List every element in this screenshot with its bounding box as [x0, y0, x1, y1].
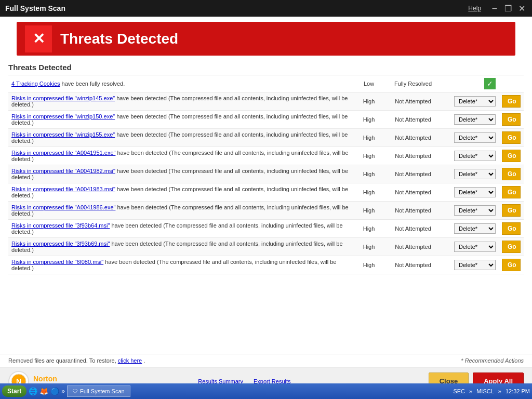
- taskbar-miscl: MISCL: [476, 388, 494, 394]
- table-row: Risks in compressed file "A0041982.msi" …: [8, 165, 524, 183]
- action-select[interactable]: Delete*: [454, 223, 496, 234]
- threat-link[interactable]: Risks in compressed file "3f93b64.msi": [11, 222, 110, 229]
- go-button-cell: [499, 75, 524, 92]
- ie-icon[interactable]: 🌐: [29, 387, 37, 395]
- go-button[interactable]: Go: [502, 259, 521, 271]
- table-row: Risks in compressed file "A0041986.exe" …: [8, 202, 524, 220]
- threat-action: Delete*: [442, 256, 499, 274]
- section-title: Threats Detected: [0, 58, 532, 75]
- threat-description: Risks in compressed file "A0041951.exe" …: [8, 147, 353, 165]
- action-select[interactable]: Delete*: [454, 169, 496, 179]
- minimize-button[interactable]: –: [489, 4, 500, 14]
- action-select[interactable]: Delete*: [454, 260, 496, 270]
- threat-link[interactable]: Risks in compressed file "A0041982.msi": [11, 168, 115, 174]
- alert-text: Threats Detected: [60, 31, 178, 47]
- threat-description: Risks in compressed file "3f93b64.msi" h…: [8, 220, 353, 238]
- table-row: Risks in compressed file "winzip155.exe"…: [8, 129, 524, 147]
- threat-action: Delete*: [442, 129, 499, 147]
- threats-table-container[interactable]: 4 Tracking Cookies have been fully resol…: [8, 75, 524, 354]
- table-row: Risks in compressed file "winzip150.exe"…: [8, 111, 524, 129]
- threat-action: Delete*: [442, 165, 499, 183]
- threat-action: Delete*: [442, 183, 499, 202]
- close-window-button[interactable]: ✕: [516, 4, 527, 14]
- threat-link[interactable]: Risks in compressed file "6f080.msi": [11, 259, 103, 265]
- table-row: Risks in compressed file "winzip145.exe"…: [8, 92, 524, 111]
- norton-brand: Norton: [33, 375, 60, 383]
- action-select[interactable]: Delete*: [454, 151, 496, 161]
- go-button[interactable]: Go: [502, 186, 521, 198]
- app-icon[interactable]: 🔵: [50, 387, 59, 395]
- threat-status: Not Attempted: [384, 220, 442, 238]
- threat-link[interactable]: Risks in compressed file "A0041986.exe": [11, 204, 115, 210]
- go-button-cell: Go: [499, 129, 524, 147]
- go-button[interactable]: Go: [502, 168, 521, 180]
- go-button[interactable]: Go: [502, 131, 521, 144]
- taskbar-right: SEC » MISCL » 12:32 PM: [453, 388, 530, 394]
- threat-status: Not Attempted: [384, 238, 442, 256]
- threat-severity: High: [353, 183, 384, 202]
- go-button[interactable]: Go: [502, 95, 521, 108]
- window-controls: – ❐ ✕: [489, 4, 527, 14]
- threat-severity: High: [353, 129, 384, 147]
- browser-icon[interactable]: 🦊: [39, 387, 48, 395]
- threat-severity: High: [353, 92, 384, 111]
- threat-action: Delete*: [442, 111, 499, 129]
- go-button[interactable]: Go: [502, 113, 521, 126]
- maximize-button[interactable]: ❐: [503, 4, 513, 14]
- start-button[interactable]: Start: [2, 385, 26, 397]
- threat-description: Risks in compressed file "A0041982.msi" …: [8, 165, 353, 183]
- alert-icon: ✕: [25, 25, 52, 52]
- threat-link[interactable]: Risks in compressed file "A0041983.msi": [11, 186, 115, 192]
- help-link[interactable]: Help: [468, 5, 481, 12]
- action-select[interactable]: Delete*: [454, 205, 496, 216]
- restore-link[interactable]: click here: [118, 357, 142, 364]
- footer-note: Removed files are quarantined. To restor…: [0, 354, 532, 367]
- threat-link[interactable]: Risks in compressed file "winzip150.exe": [11, 113, 115, 119]
- threat-status: Not Attempted: [384, 92, 442, 111]
- threat-link[interactable]: Risks in compressed file "3f93b69.msi": [11, 241, 110, 247]
- alert-banner-wrapper: ✕ Threats Detected: [0, 17, 532, 58]
- main-window: ✕ Threats Detected Threats Detected 4 Tr…: [0, 17, 532, 395]
- go-button-cell: Go: [499, 111, 524, 129]
- threat-severity: High: [353, 238, 384, 256]
- threat-severity: High: [353, 220, 384, 238]
- taskbar-sec: SEC: [453, 388, 465, 394]
- threat-severity: High: [353, 202, 384, 220]
- go-button[interactable]: Go: [502, 204, 521, 217]
- threat-action: Delete*: [442, 92, 499, 111]
- go-button-cell: Go: [499, 92, 524, 111]
- threat-severity: High: [353, 256, 384, 274]
- threat-status: Not Attempted: [384, 202, 442, 220]
- threat-link[interactable]: 4 Tracking Cookies: [11, 81, 60, 87]
- threat-severity: High: [353, 147, 384, 165]
- threat-status: Not Attempted: [384, 111, 442, 129]
- threat-link[interactable]: Risks in compressed file "A0041951.exe": [11, 150, 115, 156]
- threat-status: Fully Resolved: [384, 75, 442, 92]
- threat-action: Delete*: [442, 220, 499, 238]
- go-button-cell: Go: [499, 238, 524, 256]
- active-window-button[interactable]: 🛡 Full System Scan: [67, 385, 130, 397]
- threat-action: Delete*: [442, 238, 499, 256]
- taskbar: Start 🌐 🦊 🔵 » 🛡 Full System Scan SEC » M…: [0, 383, 532, 399]
- threat-description: Risks in compressed file "winzip155.exe"…: [8, 129, 353, 147]
- go-button-cell: Go: [499, 165, 524, 183]
- go-button[interactable]: Go: [502, 222, 521, 235]
- recommended-note: * Recommended Actions: [461, 357, 524, 364]
- threat-link[interactable]: Risks in compressed file "winzip155.exe": [11, 131, 115, 138]
- threat-severity: High: [353, 165, 384, 183]
- action-select[interactable]: Delete*: [454, 242, 496, 252]
- resolved-checkmark: ✓: [484, 78, 496, 89]
- threat-link[interactable]: Risks in compressed file "winzip145.exe": [11, 95, 115, 101]
- threat-description: 4 Tracking Cookies have been fully resol…: [8, 75, 353, 92]
- action-select[interactable]: Delete*: [454, 132, 496, 143]
- action-select[interactable]: Delete*: [454, 114, 496, 125]
- table-row: Risks in compressed file "3f93b64.msi" h…: [8, 220, 524, 238]
- threat-description: Risks in compressed file "3f93b69.msi" h…: [8, 238, 353, 256]
- action-select[interactable]: Delete*: [454, 187, 496, 197]
- go-button[interactable]: Go: [502, 241, 521, 253]
- action-select[interactable]: Delete*: [454, 96, 496, 107]
- taskbar-time: 12:32 PM: [506, 388, 530, 394]
- go-button[interactable]: Go: [502, 150, 521, 162]
- threat-action: Delete*: [442, 202, 499, 220]
- threat-action: Delete*: [442, 147, 499, 165]
